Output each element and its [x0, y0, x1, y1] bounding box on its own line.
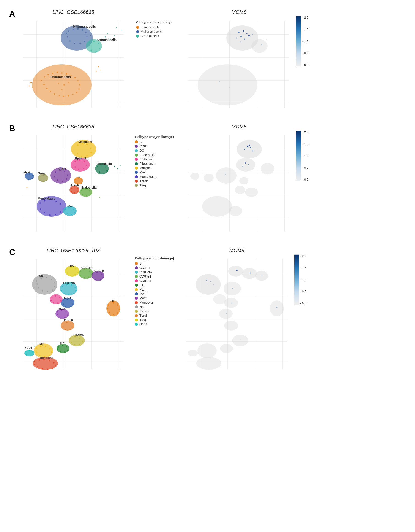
svg-point-42	[44, 76, 45, 77]
svg-point-17	[79, 43, 81, 44]
svg-point-337	[113, 314, 114, 315]
legend-item-a-1: Malignant cells	[136, 30, 172, 33]
svg-point-367	[34, 346, 35, 347]
svg-point-246	[36, 280, 37, 282]
colorbar-tick-b-4: - 0.0	[302, 178, 308, 181]
svg-point-63	[63, 84, 65, 86]
svg-text:DC: DC	[68, 204, 72, 208]
svg-point-172	[77, 191, 79, 192]
legend-dot-b-7	[135, 171, 138, 174]
legend-item-b-4: Epithelial	[135, 157, 174, 161]
svg-point-142	[57, 179, 59, 181]
svg-point-21	[62, 34, 63, 35]
legend-dot-b-5	[135, 162, 138, 165]
svg-point-254	[42, 290, 43, 292]
svg-point-201	[74, 212, 76, 213]
umap-svg-right-b	[184, 131, 294, 236]
svg-point-166	[75, 182, 76, 183]
svg-text:CD8T: CD8T	[59, 167, 66, 171]
svg-point-132	[114, 166, 115, 167]
svg-point-191	[60, 211, 61, 213]
svg-point-164	[81, 183, 82, 184]
panel-content-a: LIHC_GSE166635	[9, 9, 406, 112]
svg-point-11	[73, 29, 74, 30]
svg-point-283	[92, 277, 93, 278]
legend-dot-a-0	[136, 26, 139, 29]
svg-point-345	[82, 341, 83, 342]
colorbar-tick-a-1: - 1.5	[302, 28, 308, 31]
svg-point-251	[54, 286, 55, 287]
colorbar-tick-c-4: - 0.0	[300, 302, 306, 305]
colorbar-tick-b-3: - 0.5	[302, 166, 308, 169]
legend-dot-b-10	[135, 184, 138, 187]
svg-point-334	[117, 304, 118, 306]
legend-dot-b-4	[135, 158, 138, 161]
svg-point-118	[84, 161, 85, 162]
umap-left-title-a: LIHC_GSE166635	[18, 9, 128, 15]
svg-text:B: B	[112, 299, 114, 302]
legend-item-b-9: Tprolif	[135, 179, 174, 183]
svg-point-312	[50, 300, 52, 301]
legend-item-c-6: M1	[135, 288, 174, 291]
umap-right-title-b: MCM8	[184, 124, 294, 130]
svg-point-55	[68, 95, 69, 96]
legend-label-a-1: Malignant cells	[141, 30, 162, 33]
colorbar-tick-c-0: - 2.0	[300, 255, 306, 257]
legend-label-c-2: CD8Tcm	[139, 270, 152, 274]
svg-point-128	[107, 170, 108, 172]
svg-point-218	[216, 168, 237, 183]
svg-point-277	[92, 273, 93, 274]
svg-point-314	[57, 311, 59, 313]
legend-c: Celltype (minor-lineage) B CD4Tn CD8Tcm …	[132, 255, 177, 329]
svg-point-378	[36, 352, 37, 353]
svg-point-9	[66, 33, 67, 34]
svg-text:cDC1: cDC1	[25, 346, 32, 350]
legend-dot-c-14	[135, 323, 138, 326]
legend-a: Celltype (malignancy) Immune cells Malig…	[133, 18, 175, 40]
svg-point-148	[32, 175, 33, 176]
svg-point-263	[74, 274, 76, 276]
legend-item-c-11: Plasma	[135, 309, 174, 313]
svg-point-190	[62, 208, 64, 209]
svg-point-280	[103, 277, 104, 278]
svg-point-318	[64, 317, 66, 318]
svg-point-308	[59, 297, 60, 298]
legend-item-c-4: CD8Tex	[135, 279, 174, 283]
svg-point-421	[231, 303, 232, 304]
svg-point-216	[236, 158, 255, 172]
panel-b: B LIHC_GSE166635	[9, 124, 406, 236]
svg-point-13	[82, 29, 83, 31]
legend-label-b-8: Mono/Macro	[139, 175, 157, 179]
svg-point-335	[119, 309, 120, 310]
svg-point-110	[90, 152, 92, 153]
svg-point-297	[62, 300, 64, 302]
umap-right-title-a: MCM8	[184, 9, 294, 15]
colorbar-labels-a: - 2.0 - 1.5 - 1.0 - 0.5 - 0.0	[302, 16, 308, 66]
svg-point-245	[32, 274, 57, 295]
svg-point-38	[116, 27, 117, 28]
svg-point-386	[55, 365, 56, 367]
svg-point-427	[210, 281, 211, 282]
legend-dot-b-9	[135, 180, 138, 183]
svg-point-130	[99, 171, 100, 173]
umap-right-a: MCM8	[184, 9, 294, 112]
legend-label-c-7: MAIT	[139, 292, 147, 296]
legend-item-a-0: Immune cells	[136, 25, 172, 29]
svg-point-20	[67, 36, 68, 38]
svg-point-88	[244, 39, 245, 40]
svg-point-307	[55, 295, 56, 296]
svg-point-265	[67, 272, 68, 274]
colorbar-gradient-c	[294, 255, 299, 305]
legend-label-c-9: Monocyte	[139, 301, 153, 304]
colorbar-c: - 2.0 - 1.5 - 1.0 - 0.5 - 0.0	[294, 255, 306, 305]
svg-point-391	[34, 364, 36, 365]
svg-point-261	[75, 268, 76, 270]
svg-text:NK: NK	[39, 274, 43, 278]
colorbar-b: - 2.0 - 1.5 - 1.0 - 0.5 - 0.0	[296, 131, 308, 181]
svg-text:B: B	[78, 175, 80, 179]
svg-point-198	[65, 209, 66, 210]
svg-text:M1: M1	[40, 342, 43, 346]
svg-point-18	[74, 43, 75, 44]
colorbar-tick-c-3: - 0.5	[300, 290, 306, 293]
svg-point-299	[70, 300, 72, 302]
